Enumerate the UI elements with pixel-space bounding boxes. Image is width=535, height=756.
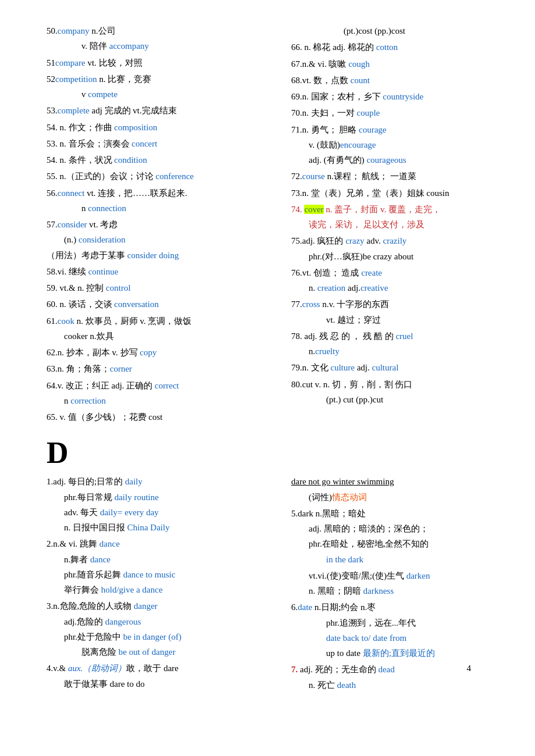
entry-75: 75.adj. 疯狂的 crazy adv. crazily phr.(对…疯狂… bbox=[291, 233, 506, 264]
entry-cost-pt: (pt.)cost (pp.)cost bbox=[291, 23, 506, 38]
entry-52: 52competition n. 比赛，竞赛 v compete bbox=[47, 72, 280, 102]
word-china-daily: China Daily bbox=[127, 523, 170, 532]
entry-51: 51compare vt. 比较，对照 bbox=[47, 55, 280, 70]
word-be-out-of-danger: be out of danger bbox=[119, 647, 176, 657]
word-courageous: courageous bbox=[366, 155, 406, 165]
section-d-heading: D bbox=[47, 436, 506, 469]
word-consider-doing: consider doing bbox=[127, 251, 179, 260]
left-column-c: 50.company n.公司 v. 陪伴 accompany 51compar… bbox=[47, 23, 286, 426]
right-column-c: (pt.)cost (pp.)cost 66. n. 棉花 adj. 棉花的 c… bbox=[286, 23, 506, 426]
word-aux: aux.（助动词） bbox=[68, 664, 126, 673]
word-daily-every-day: daily= every day bbox=[100, 508, 159, 517]
word-hold-give-dance: hold/give a dance bbox=[101, 585, 163, 594]
entry-79: 79.n. 文化 culture adj. cultural bbox=[291, 360, 506, 375]
word-dance-to-music: dance to music bbox=[123, 570, 176, 579]
word-dance2: dance bbox=[90, 555, 110, 564]
phrase-in-the-dark: in the dark bbox=[291, 552, 506, 567]
word-complete: complete bbox=[58, 106, 90, 115]
word-condition: condition bbox=[114, 155, 147, 165]
word-danger: danger bbox=[134, 601, 158, 611]
entry-76: 76.vt. 创造； 造成 create n. creation adj.cre… bbox=[291, 265, 506, 296]
entry-66: 66. n. 棉花 adj. 棉花的 cotton bbox=[291, 40, 506, 55]
word-concert: concert bbox=[131, 139, 157, 148]
entry-d4: 4.v.& aux.（助动词）敢，敢于 dare 敢于做某事 dare to d… bbox=[47, 661, 280, 691]
entry-54a: 54. n. 作文；作曲 composition bbox=[47, 120, 280, 135]
c-section: 50.company n.公司 v. 陪伴 accompany 51compar… bbox=[47, 23, 506, 426]
word-control: control bbox=[106, 283, 131, 293]
word-creation: creation bbox=[318, 283, 345, 293]
word-daily-routine: daily routine bbox=[115, 493, 159, 502]
right-column-d: dare not go winter swimming (词性)情态动词 5.d… bbox=[286, 474, 506, 694]
entry-53: 53.complete adj 完成的 vt.完成结束 bbox=[47, 103, 280, 118]
entry-55: 55. n.（正式的）会议；讨论 conference bbox=[47, 169, 280, 184]
entry-62: 62.n. 抄本，副本 v. 抄写 copy bbox=[47, 345, 280, 360]
word-cross: cross bbox=[302, 299, 320, 309]
word-correct: correct bbox=[155, 381, 179, 390]
word-create: create bbox=[361, 268, 382, 277]
word-conversation: conversation bbox=[114, 299, 159, 309]
page-number: 4 bbox=[467, 661, 472, 676]
word-darkness: darkness bbox=[363, 586, 394, 595]
word-connect: connect bbox=[58, 188, 85, 198]
phrase-up-to-date: 最新的;直到最近的 bbox=[363, 648, 435, 658]
entry-69: 69.n. 国家；农村，乡下 countryside bbox=[291, 89, 506, 104]
word-conference: conference bbox=[156, 172, 194, 181]
entry-61: 61.cook n. 炊事员，厨师 v. 烹调，做饭 cooker n.炊具 bbox=[47, 313, 280, 344]
word-consider: consider bbox=[58, 220, 87, 229]
word-dead: dead bbox=[378, 665, 394, 674]
word-couple: couple bbox=[356, 108, 380, 117]
entry-50: 50.company n.公司 v. 陪伴 accompany bbox=[47, 23, 280, 54]
word-courage: courage bbox=[359, 125, 386, 134]
word-crazy: crazy bbox=[345, 236, 364, 245]
word-cruel: cruel bbox=[395, 331, 413, 341]
word-cotton: cotton bbox=[376, 42, 398, 52]
entry-68: 68.vt. 数，点数 count bbox=[291, 73, 506, 88]
word-copy: copy bbox=[140, 348, 156, 357]
word-connection: connection bbox=[88, 204, 126, 213]
left-column-d: 1.adj. 每日的;日常的 daily phr.每日常规 daily rout… bbox=[47, 474, 286, 694]
entry-63: 63.n. 角；角落；corner bbox=[47, 361, 280, 376]
word-compete: compete bbox=[88, 90, 117, 99]
entry-59: 59. vt.& n. 控制 control bbox=[47, 280, 280, 295]
entry-56: 56.connect vt. 连接，把……联系起来. n connection bbox=[47, 186, 280, 216]
entry-rd-darken: vt.vi.(使)变暗/黑;(使)生气 darken n. 黑暗；阴暗 dark… bbox=[291, 568, 506, 599]
entry-58: 58.vi. 继续 continue bbox=[47, 264, 280, 279]
entry-d1: 1.adj. 每日的;日常的 daily phr.每日常规 daily rout… bbox=[47, 474, 280, 535]
word-dance: dance bbox=[99, 539, 120, 548]
word-darken: darken bbox=[406, 571, 430, 580]
entry-53b: 53. n. 音乐会；演奏会 concert bbox=[47, 136, 280, 151]
entry-rd-dare: dare not go winter swimming (词性)情态动词 bbox=[291, 474, 506, 505]
entry-rd6: 6.date n.日期;约会 n.枣 phr.追溯到，远在...年代 date … bbox=[291, 600, 506, 661]
word-cook: cook bbox=[58, 316, 74, 326]
entry-54b: 54. n. 条件，状况 condition bbox=[47, 152, 280, 167]
word-crazily: crazily bbox=[383, 236, 407, 245]
entry-77: 77.cross n.v. 十字形的东西 vt. 越过；穿过 bbox=[291, 297, 506, 327]
word-cruelty: cruelty bbox=[315, 347, 340, 356]
entry-65: 65. v. 值（多少钱）；花费 cost bbox=[47, 409, 280, 425]
word-creative: creative bbox=[361, 283, 388, 293]
entry-rd7: 7. adj. 死的；无生命的 dead n. 死亡 death bbox=[291, 662, 506, 693]
word-be-in-danger: be in danger (of) bbox=[123, 632, 181, 641]
phrase-date-back: date back to/ date from bbox=[291, 630, 506, 646]
word-daily: daily bbox=[125, 477, 142, 486]
word-modal-verb: 情态动词 bbox=[332, 493, 367, 502]
entry-80: 80.cut v. n. 切，剪，削，割 伤口 (pt.) cut (pp.)c… bbox=[291, 377, 506, 408]
entry-71: 71.n. 勇气； 胆略 courage v. (鼓励)encourage ad… bbox=[291, 122, 506, 168]
word-cover: cover bbox=[304, 205, 323, 214]
word-countryside: countryside bbox=[383, 92, 423, 101]
word-competition: competition bbox=[55, 74, 97, 84]
word-cultural: cultural bbox=[372, 363, 399, 372]
entry-72: 72.course n.课程； 航线； 一道菜 bbox=[291, 169, 506, 184]
word-death: death bbox=[337, 680, 356, 690]
word-course: course bbox=[302, 172, 325, 181]
word-consideration: consideration bbox=[79, 235, 126, 244]
page-container: 50.company n.公司 v. 陪伴 accompany 51compar… bbox=[47, 23, 506, 694]
entry-64: 64.v. 改正；纠正 adj. 正确的 correct n correctio… bbox=[47, 378, 280, 409]
word-date: date bbox=[298, 602, 312, 612]
word-encourage: encourage bbox=[340, 140, 376, 149]
entry-d3: 3.n.危险,危险的人或物 danger adj.危险的 dangerous p… bbox=[47, 598, 280, 659]
entry-67: 67.n.& vi. 咳嗽 cough bbox=[291, 56, 506, 72]
entry-70: 70.n. 夫妇，一对 couple bbox=[291, 105, 506, 120]
word-count: count bbox=[350, 76, 369, 85]
word-culture: culture bbox=[330, 363, 355, 372]
